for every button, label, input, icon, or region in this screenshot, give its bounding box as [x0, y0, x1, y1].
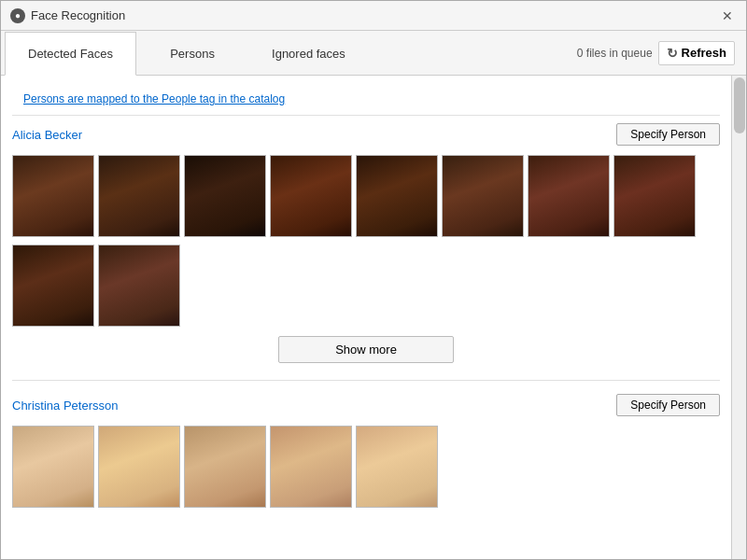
face-thumb[interactable]	[12, 155, 94, 237]
show-more-button[interactable]: Show more	[278, 336, 454, 363]
specify-person-button-christina[interactable]: Specify Person	[616, 394, 720, 416]
scroll-content: Persons are mapped to the People tag in …	[1, 76, 731, 559]
person-section-alicia: Alicia Becker Specify Person Show	[12, 123, 720, 381]
refresh-icon: ↻	[667, 46, 678, 61]
window-title: Face Recognition	[31, 8, 125, 22]
title-bar-left: ● Face Recognition	[10, 8, 125, 23]
faces-grid-christina	[12, 426, 720, 508]
face-thumb[interactable]	[442, 155, 524, 237]
queue-area: 0 files in queue ↻ Refresh	[577, 41, 742, 65]
tab-ignored-faces[interactable]: Ignored faces	[248, 31, 369, 75]
scrollbar-thumb[interactable]	[734, 77, 745, 133]
close-button[interactable]: ✕	[718, 7, 737, 25]
face-thumb[interactable]	[613, 155, 696, 237]
tab-bar: Detected Faces Persons Ignored faces 0 f…	[1, 31, 746, 76]
person-name-christina[interactable]: Christina Petersson	[12, 399, 118, 413]
app-icon: ●	[10, 8, 25, 23]
scrollbar-track	[731, 76, 746, 559]
face-thumb[interactable]	[356, 426, 438, 508]
person-name-alicia[interactable]: Alicia Becker	[12, 128, 82, 142]
face-thumb[interactable]	[12, 245, 94, 327]
person-header-christina: Christina Petersson Specify Person	[12, 394, 720, 416]
person-header-alicia: Alicia Becker Specify Person	[12, 123, 720, 146]
face-thumb[interactable]	[356, 155, 438, 237]
person-section-christina: Christina Petersson Specify Person	[12, 394, 720, 521]
face-thumb[interactable]	[270, 426, 352, 508]
tab-detected-faces[interactable]: Detected Faces	[5, 32, 136, 76]
face-thumb[interactable]	[270, 155, 352, 237]
face-thumb[interactable]	[184, 426, 266, 508]
face-thumb[interactable]	[98, 426, 180, 508]
refresh-button[interactable]: ↻ Refresh	[658, 41, 735, 65]
face-thumb[interactable]	[12, 426, 94, 508]
title-bar: ● Face Recognition ✕	[1, 1, 746, 31]
queue-label: 0 files in queue	[577, 47, 653, 60]
face-thumb[interactable]	[98, 155, 180, 237]
show-more-row: Show more	[12, 336, 720, 363]
info-text: Persons are mapped to the People tag in …	[23, 92, 285, 105]
info-bar: Persons are mapped to the People tag in …	[12, 85, 720, 116]
face-thumb[interactable]	[184, 155, 266, 237]
face-thumb[interactable]	[528, 155, 610, 237]
faces-grid-alicia	[12, 155, 720, 327]
face-thumb[interactable]	[98, 245, 180, 327]
face-recognition-window: ● Face Recognition ✕ Detected Faces Pers…	[0, 0, 747, 560]
content-area: Persons are mapped to the People tag in …	[1, 76, 746, 559]
specify-person-button-alicia[interactable]: Specify Person	[616, 123, 720, 146]
tab-persons[interactable]: Persons	[136, 31, 248, 75]
